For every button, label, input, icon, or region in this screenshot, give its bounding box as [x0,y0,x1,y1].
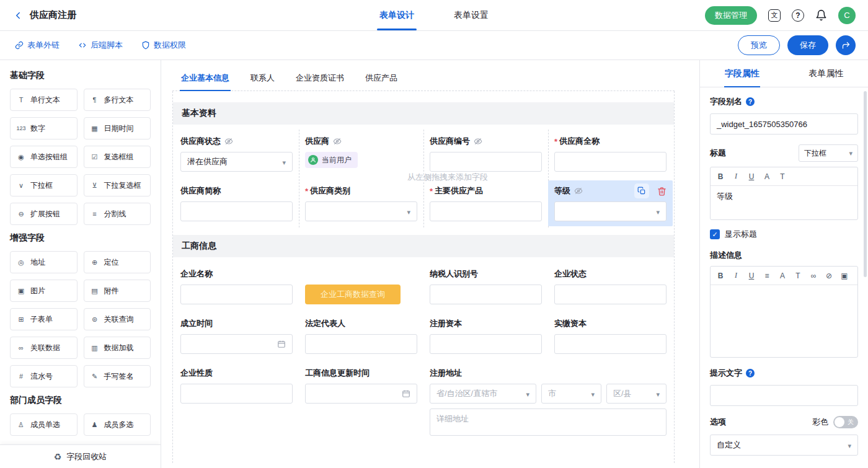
city-select[interactable]: 市 [541,384,601,404]
preview-button[interactable]: 预览 [738,35,780,55]
legal-rep-input[interactable] [305,334,417,354]
canvas-tab-products[interactable]: 供应产品 [364,66,399,91]
field-business-query[interactable]: 企业工商数据查询 [305,268,417,304]
canvas-tab-contacts[interactable]: 联系人 [249,66,276,91]
section-business-info[interactable]: 工商信息 [173,235,674,257]
font-color-icon[interactable]: A [779,272,786,280]
section-basic-info[interactable]: 基本资料 [173,102,674,125]
field-type-serial-number[interactable]: #流水号 [10,365,78,387]
field-type-multi-dropdown[interactable]: ⊻下拉复选框 [84,174,151,196]
current-user-tag[interactable]: 当前用户 [305,152,358,168]
back-icon[interactable] [12,10,24,21]
field-supplier-short-name[interactable]: 供应商简称 [180,185,293,221]
field-type-dropdown[interactable]: ∨下拉框 [10,174,78,196]
business-data-query-button[interactable]: 企业工商数据查询 [305,285,401,304]
field-type-linked-data[interactable]: ∞关联数据 [10,337,78,359]
copy-field-button[interactable] [634,183,649,198]
bold-icon[interactable]: B [717,172,724,181]
form-external-link[interactable]: 表单外链 [15,40,60,51]
field-reg-address[interactable]: 注册地址 省/自治区/直辖市 市 区/县 详细地址 [430,368,666,436]
supplier-full-name-input[interactable] [554,152,666,172]
align-icon[interactable]: ≡ [763,272,771,280]
field-supplier-code[interactable]: 供应商编号 [430,136,542,172]
field-type-linked-query[interactable]: ⊚关联查询 [84,308,151,330]
underline-icon[interactable]: U [748,172,755,181]
bold-icon[interactable]: B [717,272,724,280]
underline-icon[interactable]: U [748,272,755,280]
field-type-extend-button[interactable]: ⊖扩展按钮 [10,203,78,225]
main-products-input[interactable] [430,201,542,221]
field-type-member-single[interactable]: ♙成员单选 [10,413,78,436]
district-select[interactable]: 区/县 [606,384,666,404]
panel-scrollbar[interactable] [864,91,867,277]
field-legal-rep[interactable]: 法定代表人 [305,318,417,354]
province-select[interactable]: 省/自治区/直辖市 [430,384,536,404]
field-type-location[interactable]: ⊕定位 [84,251,151,273]
address-detail-textarea[interactable]: 详细地址 [430,408,666,436]
grade-select[interactable] [554,201,666,221]
field-grade-selected[interactable]: 等级 [548,180,673,226]
supplier-category-select[interactable] [305,201,417,221]
supplier-short-name-input[interactable] [180,201,293,221]
show-title-checkbox[interactable] [710,229,720,239]
remove-link-icon[interactable]: ⊘ [825,272,833,280]
field-supplier[interactable]: 供应商 当前用户 [305,136,417,172]
supplier-status-select[interactable]: 潜在供应商 [180,152,293,172]
field-info-updated[interactable]: 工商信息更新时间 [305,368,417,436]
title-type-select[interactable]: 下拉框 [799,144,858,162]
help-icon[interactable] [746,369,755,377]
field-type-signature[interactable]: ✎手写签名 [84,365,151,387]
italic-icon[interactable]: I [732,172,740,181]
field-type-checkbox-group[interactable]: ☑复选框组 [84,146,151,168]
field-type-member-multi[interactable]: ♟成员多选 [84,413,151,436]
backend-script-link[interactable]: 后端脚本 [78,40,123,51]
field-type-divider[interactable]: ≡分割线 [84,203,151,225]
field-founded-date[interactable]: 成立时间 [180,318,293,354]
field-tax-id[interactable]: 纳税人识别号 [430,268,542,304]
field-paid-capital[interactable]: 实缴资本 [554,318,666,354]
share-button[interactable] [836,35,856,55]
field-type-address[interactable]: ◎地址 [10,251,78,273]
field-supplier-category[interactable]: *供应商类别 [305,185,417,221]
help-icon[interactable] [792,9,804,22]
insert-image-icon[interactable]: ▣ [841,272,848,280]
tab-field-properties[interactable]: 字段属性 [700,60,784,87]
field-company-nature[interactable]: 企业性质 [180,368,293,436]
company-status-input[interactable] [554,285,666,304]
colorful-toggle[interactable]: 关 [833,416,858,428]
alias-input[interactable]: _widget_1657505350766 [710,113,858,135]
field-supplier-full-name[interactable]: *供应商全称 [554,136,666,172]
field-type-datetime[interactable]: ▦日期时间 [84,117,151,139]
save-button[interactable]: 保存 [787,35,828,55]
field-company-name[interactable]: 企业名称 [180,268,293,304]
tax-id-input[interactable] [430,285,542,304]
field-supplier-status[interactable]: 供应商状态 潜在供应商 [180,136,293,172]
field-type-radio-group[interactable]: ◉单选按钮组 [10,146,78,168]
field-main-products[interactable]: *主要供应产品 [430,185,542,221]
title-content[interactable]: 等级 [711,186,857,219]
font-color-icon[interactable]: A [763,172,771,181]
field-company-status[interactable]: 企业状态 [554,268,666,304]
italic-icon[interactable]: I [732,271,740,280]
canvas-tab-certificates[interactable]: 企业资质证书 [294,66,345,91]
field-type-single-line-text[interactable]: T单行文本 [10,89,78,111]
data-manage-button[interactable]: 数据管理 [705,6,757,25]
field-type-number[interactable]: 123数字 [10,117,78,139]
field-type-data-load[interactable]: ▥数据加载 [84,337,151,359]
bell-icon[interactable] [815,9,827,21]
canvas-tab-basic-info[interactable]: 企业基本信息 [180,66,231,91]
reg-capital-input[interactable] [430,334,542,354]
insert-link-icon[interactable]: ∞ [810,272,817,280]
field-type-multi-line-text[interactable]: ¶多行文本 [84,89,151,111]
field-type-attachment[interactable]: ▤附件 [84,280,151,302]
company-name-input[interactable] [180,285,293,304]
description-content[interactable] [711,285,857,357]
translate-icon[interactable] [768,9,781,22]
help-icon[interactable] [746,97,755,106]
field-recycle-bin[interactable]: 字段回收站 [0,444,161,468]
company-nature-input[interactable] [180,384,293,404]
info-updated-input[interactable] [305,384,417,404]
field-type-image[interactable]: ▣图片 [10,280,78,302]
hint-input[interactable] [710,385,858,406]
founded-date-input[interactable] [180,334,293,354]
